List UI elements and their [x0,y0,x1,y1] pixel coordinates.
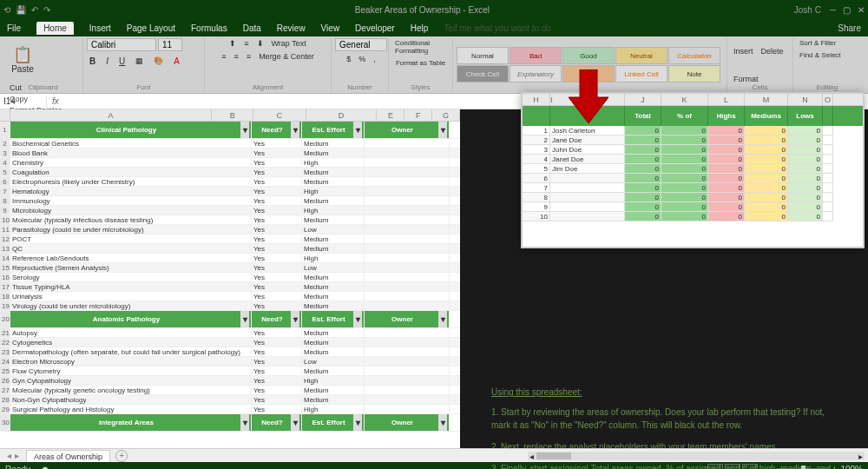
col-E[interactable]: E [377,109,404,121]
style-note[interactable]: Note [668,65,720,83]
column-headers[interactable]: A B C D E F G [0,109,460,122]
owner-row[interactable]: 6 0 0 0 0 0 [523,174,863,183]
filter-icon[interactable]: ▾ [291,414,299,431]
user-label[interactable]: Josh C [794,5,821,15]
conditional-formatting-button[interactable]: Conditional Formatting [392,38,449,56]
table-row[interactable]: 12 POCT Yes Medium [0,234,460,244]
percent-icon[interactable]: % [356,54,368,64]
col-A[interactable]: A [10,109,212,121]
col-G[interactable]: G [432,109,460,121]
minimize-icon[interactable]: ─ [830,5,836,15]
table-row[interactable]: 5 Coagulation Yes Medium [0,168,460,177]
table-row[interactable]: 24 Electron Microscopy Yes Low [0,357,460,367]
format-as-table-button[interactable]: Format as Table [393,58,448,68]
style-calculation[interactable]: Calculation [668,47,720,64]
save-icon[interactable]: 💾 [16,5,26,15]
sort-filter-button[interactable]: Sort & Filter [797,38,838,48]
share-button[interactable]: Share [838,23,861,33]
table-row[interactable]: 13 QC Yes Medium [0,244,460,254]
tab-view[interactable]: View [321,23,340,33]
autosave-icon[interactable]: ⟲ [3,5,10,15]
align-center-icon[interactable]: ≡ [232,51,241,62]
tab-insert[interactable]: Insert [89,23,111,33]
comma-icon[interactable]: , [371,54,378,64]
font-select[interactable] [87,38,156,51]
table-row[interactable]: 21 Autopsy Yes Medium [0,328,460,338]
tab-developer[interactable]: Developer [355,23,395,33]
col-B[interactable]: B [212,109,254,121]
sheet-tab-areas[interactable]: Areas of Ownership [26,450,110,462]
align-right-icon[interactable]: ≡ [244,51,253,62]
tab-review[interactable]: Review [277,23,306,33]
table-row[interactable]: 11 Parasitology (could be under microbio… [0,225,460,234]
owner-row[interactable]: 4 Janet Doe 0 0 0 0 0 [523,155,863,164]
filter-icon[interactable]: ▾ [353,311,362,327]
style-linkedcell[interactable]: Linked Cell [615,65,667,83]
tab-file[interactable]: File [7,23,21,33]
owner-row[interactable]: 1 Josh Carleton 0 0 0 0 0 [523,126,863,135]
maximize-icon[interactable]: ▢ [843,5,851,15]
owner-row[interactable]: 9 0 0 0 0 0 [523,202,863,212]
tab-pagelayout[interactable]: Page Layout [127,23,175,33]
table-row[interactable]: 29 Surgical Pathology and Histology Yes … [0,405,460,414]
close-icon[interactable]: ✕ [858,5,865,15]
paste-button[interactable]: 📋 Paste [7,38,38,80]
align-bottom-icon[interactable]: ⬇ [254,38,266,49]
style-bad[interactable]: Bad [510,47,562,64]
filter-icon[interactable]: ▾ [438,311,447,327]
copy-button[interactable]: Copy [7,94,64,104]
table-row[interactable]: 22 Cytogenetics Yes Medium [0,338,460,347]
filter-icon[interactable]: ▾ [291,122,299,138]
scroll-right-icon[interactable]: ▸ [857,452,865,460]
table-row[interactable]: 16 Serology Yes Medium [0,273,460,282]
italic-button[interactable]: I [103,56,111,67]
border-button[interactable]: ▦ [133,56,146,67]
filter-icon[interactable]: ▾ [353,122,362,138]
table-row[interactable]: 10 Molecular (typically infectious disea… [0,215,460,225]
macro-record-icon[interactable]: ⏺ [41,465,49,470]
table-row[interactable]: 3 Blood Bank Yes Medium [0,149,460,158]
merge-center-button[interactable]: Merge & Center [256,51,317,62]
scrollbar-thumb[interactable] [536,452,571,459]
table-row[interactable]: 26 Gyn Cytopathology Yes High [0,376,460,386]
wrap-text-button[interactable]: Wrap Text [269,38,309,49]
table-row[interactable]: 15 Reproductive (Semen Analysis) Yes Low [0,263,460,273]
filter-icon[interactable]: ▾ [240,122,249,138]
next-sheet-icon[interactable]: ▸ [15,451,19,460]
table-row[interactable]: 7 Hematology Yes High [0,187,460,196]
bold-button[interactable]: B [87,56,98,67]
scroll-left-icon[interactable]: ◂ [528,452,536,460]
style-normal[interactable]: Normal [457,47,509,64]
table-row[interactable]: 25 Flow Cytometry Yes Medium [0,367,460,376]
owner-row[interactable]: 5 Jim Doe 0 0 0 0 0 [523,164,863,174]
font-color-button[interactable]: A [171,56,182,67]
align-left-icon[interactable]: ≡ [219,51,228,62]
owner-row[interactable]: 3 John Doe 0 0 0 0 0 [523,145,863,155]
table-row[interactable]: 27 Molecular (typically genetic oncology… [0,386,460,395]
horizontal-scrollbar[interactable]: ◂ ▸ [528,452,865,460]
ocol-N[interactable]: N [788,94,823,105]
table-row[interactable]: 9 Microbiology Yes High [0,206,460,215]
col-C[interactable]: C [253,109,306,121]
style-neutral[interactable]: Neutral [615,47,667,64]
owner-row[interactable]: 8 0 0 0 0 0 [523,193,863,202]
table-row[interactable]: 17 Tissue Typing/HLA Yes Medium [0,282,460,292]
zoom-level[interactable]: 100% [840,465,863,470]
format-cells-button[interactable]: Format [731,74,761,84]
currency-icon[interactable]: $ [344,54,353,64]
new-sheet-button[interactable]: + [115,450,128,462]
table-row[interactable]: 6 Electrophoresis (likely under Chemistr… [0,177,460,187]
tellme-input[interactable]: Tell me what you want to do [444,23,822,33]
col-D[interactable]: D [306,109,378,121]
filter-icon[interactable]: ▾ [353,414,362,431]
style-checkcell[interactable]: Check Cell [457,65,509,83]
insert-cells-button[interactable]: Insert [731,46,756,56]
ocol-L[interactable]: L [708,94,745,105]
find-select-button[interactable]: Find & Select [797,50,844,60]
main-grid[interactable]: A B C D E F G 1 Clinical Pathology▾ Need… [0,109,460,448]
ocol-K[interactable]: K [661,94,708,105]
prev-sheet-icon[interactable]: ◂ [7,451,11,460]
table-row[interactable]: 19 Virology (could be under microbiology… [0,301,460,311]
table-row[interactable]: 4 Chemistry Yes High [0,158,460,168]
filter-icon[interactable]: ▾ [291,311,299,327]
